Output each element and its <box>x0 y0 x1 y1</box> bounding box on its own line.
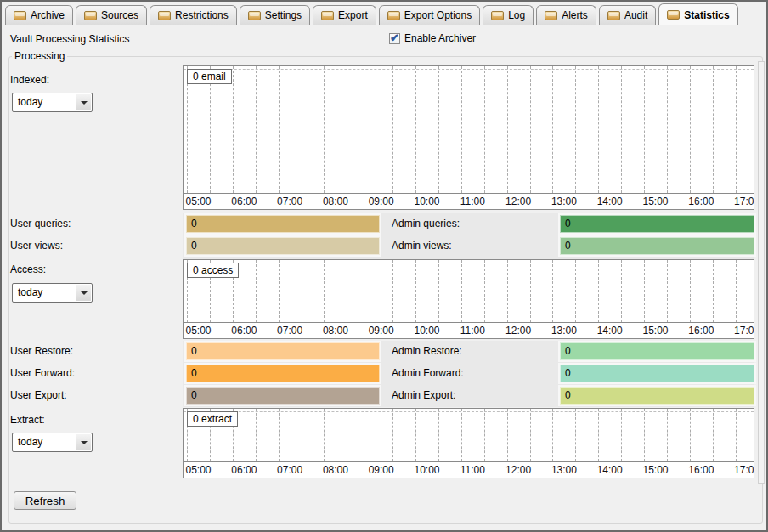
axis-tick-label: 07:00 <box>267 464 313 476</box>
axis-tick-label: 12:00 <box>495 195 541 207</box>
axis-tick-label: 12:00 <box>495 325 541 337</box>
gridline-vertical <box>598 66 599 193</box>
archive-box-icon <box>387 11 400 20</box>
gridline-vertical <box>302 409 302 461</box>
extract-period-value: today <box>18 436 42 448</box>
gridline-vertical <box>324 409 325 461</box>
tab-statistics[interactable]: Statistics <box>658 3 737 25</box>
dropdown-button[interactable] <box>76 94 91 110</box>
tab-label: Log <box>508 9 525 21</box>
gridline-vertical <box>690 409 691 461</box>
tab-restrictions[interactable]: Restrictions <box>150 5 237 25</box>
gridline-vertical <box>324 260 325 322</box>
gridline-vertical <box>484 66 485 193</box>
app-window: ArchiveSourcesRestrictionsSettingsExport… <box>0 0 768 532</box>
gridline-vertical <box>415 409 416 461</box>
axis-tick-label: 10:00 <box>404 464 450 476</box>
gridline-vertical <box>507 66 508 193</box>
gridline-vertical <box>667 409 668 461</box>
archive-box-icon <box>158 11 171 20</box>
gridline-vertical <box>713 409 714 461</box>
tab-settings[interactable]: Settings <box>240 5 310 25</box>
tab-label: Export Options <box>404 9 472 21</box>
axis-tick-label: 11:00 <box>449 195 495 207</box>
archive-box-icon <box>607 11 620 20</box>
archive-box-icon <box>248 11 261 20</box>
gridline-vertical <box>552 260 553 322</box>
axis-tick-label: 09:00 <box>359 325 404 337</box>
tab-sources[interactable]: Sources <box>76 5 147 25</box>
gridline-vertical <box>347 260 347 322</box>
axis-tick-label: 06:00 <box>221 325 267 337</box>
gridline-vertical <box>256 66 257 193</box>
axis-tick-label: 11:00 <box>449 464 495 476</box>
chevron-down-icon <box>81 101 88 105</box>
gridline-vertical <box>667 260 668 322</box>
stat-bar: 0 <box>186 365 380 382</box>
axis-tick-label: 17:00 <box>724 325 754 337</box>
gridline-vertical <box>621 66 622 193</box>
gridline-vertical <box>552 409 553 461</box>
gridline-vertical <box>461 260 462 322</box>
gridline-vertical <box>736 66 737 193</box>
tab-export-options[interactable]: Export Options <box>379 5 480 25</box>
gridline-vertical <box>575 66 576 193</box>
gridline-vertical <box>713 66 714 193</box>
chart-legend: 0 extract <box>187 411 238 427</box>
dropdown-button[interactable] <box>76 434 91 450</box>
gridline-vertical <box>187 66 188 193</box>
gridline-vertical <box>415 260 416 322</box>
gridline-vertical <box>370 409 370 461</box>
gridline-vertical <box>644 260 645 322</box>
stat-bar: 0 <box>560 387 754 405</box>
tab-export[interactable]: Export <box>313 5 376 25</box>
label-user-queries: User queries: <box>10 215 71 233</box>
gridline-vertical <box>621 260 622 322</box>
gridline-horizontal <box>184 69 754 70</box>
gridline-vertical <box>210 66 211 193</box>
gridline-vertical <box>575 409 576 461</box>
label-admin-export: Admin Export: <box>392 387 455 405</box>
tab-label: Audit <box>624 9 647 21</box>
chart-extract: 0 extract05:0006:0007:0008:0009:0010:001… <box>183 408 754 478</box>
refresh-button[interactable]: Refresh <box>14 491 76 510</box>
tab-label: Settings <box>265 9 302 21</box>
gridline-vertical <box>736 409 737 461</box>
extract-period-dropdown[interactable]: today <box>12 433 93 452</box>
gridline-vertical <box>302 260 302 322</box>
tab-log[interactable]: Log <box>483 5 534 25</box>
archive-box-icon <box>14 11 26 20</box>
gridline-vertical <box>644 66 645 193</box>
gridline-vertical <box>507 409 508 461</box>
chart-legend: 0 email <box>187 69 232 84</box>
gridline-vertical <box>461 409 462 461</box>
indexed-plot-area: 0 email <box>184 66 754 194</box>
gridline-vertical <box>530 260 531 322</box>
gridline-vertical <box>347 66 347 193</box>
gridline-vertical <box>690 66 691 193</box>
tab-audit[interactable]: Audit <box>599 5 656 25</box>
enable-archiver-checkbox[interactable]: ✔ <box>389 33 400 44</box>
vertical-scrollbar[interactable] <box>758 61 765 484</box>
access-period-dropdown[interactable]: today <box>12 283 93 303</box>
indexed-period-value: today <box>18 96 42 108</box>
gridline-vertical <box>598 260 599 322</box>
axis-tick-label: 07:00 <box>267 325 313 337</box>
access-period-value: today <box>18 286 42 298</box>
stat-bar: 0 <box>186 215 380 233</box>
gridline-vertical <box>415 66 416 193</box>
axis-tick-label: 17:00 <box>724 195 754 207</box>
tab-label: Export <box>338 9 368 21</box>
axis-tick-label: 11:00 <box>449 325 495 337</box>
tab-alerts[interactable]: Alerts <box>536 5 596 25</box>
stat-bar: 0 <box>186 387 380 405</box>
gridline-horizontal <box>184 263 754 263</box>
gridline-vertical <box>530 66 531 193</box>
axis-tick-label: 09:00 <box>359 195 404 207</box>
gridline-vertical <box>598 409 599 461</box>
dropdown-button[interactable] <box>76 285 91 301</box>
tab-label: Sources <box>101 9 138 21</box>
axis-tick-label: 10:00 <box>404 325 450 337</box>
tab-archive[interactable]: Archive <box>5 5 73 25</box>
indexed-period-dropdown[interactable]: today <box>12 93 93 112</box>
